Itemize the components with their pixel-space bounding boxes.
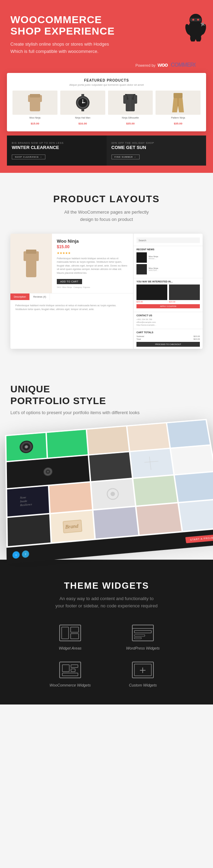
svg-rect-49 [60, 625, 81, 641]
pg-cell [91, 479, 135, 509]
banner-btn[interactable]: SHOP CLEARANCE → [12, 155, 45, 159]
twitter-btn[interactable]: t [12, 551, 20, 559]
plp-tab-description[interactable]: Description [10, 293, 30, 300]
pg-cell [50, 483, 92, 513]
plp-cart: CART TOTALS Subtotal $15.00 Total $15.00… [134, 329, 203, 349]
interested-item: $25.00 [136, 284, 167, 303]
banner-winter: BIG BRANDS NOW UP TO 80% LESS WINTER CLE… [7, 136, 107, 166]
banner-title: COME GET SUN [112, 145, 202, 150]
svg-rect-26 [123, 95, 127, 104]
widgets-desc: An easy way to add content and functiona… [55, 595, 159, 610]
svg-rect-35 [26, 250, 36, 254]
product-image [156, 91, 201, 115]
plp-tab-reviews[interactable]: Reviews (4) [30, 293, 50, 300]
product-name: Ninja Silhouette [108, 116, 153, 119]
svg-rect-55 [134, 631, 151, 633]
svg-point-46 [110, 492, 115, 496]
apply-coupon-btn[interactable]: APPLY COUPON [136, 304, 200, 308]
product-item: Ninja Silhouette $35.00 [108, 91, 153, 126]
recent-info: Woo NinjaWinter... [149, 255, 158, 260]
svg-rect-61 [71, 669, 75, 672]
pg-cell [175, 472, 213, 502]
product-item: Pattern Ninja $35.00 [156, 91, 201, 126]
plp-recent-news: RECENT NEWS Woo NinjaWinter... Woo Ninja… [134, 246, 203, 278]
pg-cell [89, 452, 132, 481]
product-layout-preview: Woo Ninja $15.00 ★★★★★ Pellentesque habi… [10, 234, 203, 349]
recent-news-item: Woo NinjaWinter... [136, 252, 200, 263]
pg-cell [136, 503, 181, 535]
featured-sub: Alique porta justo vulputate qui tormeni… [12, 83, 201, 86]
custom-widgets-icon [131, 661, 155, 680]
svg-point-6 [197, 19, 199, 21]
plp-search-input[interactable] [136, 237, 200, 243]
svg-rect-4 [190, 18, 201, 21]
recent-thumb [136, 264, 147, 274]
pg-cell [167, 420, 210, 448]
svg-rect-22 [81, 109, 84, 111]
plp-stars: ★★★★★ [57, 251, 128, 255]
svg-text:Brand: Brand [65, 523, 79, 530]
woo-section: WOOCOMMERCE SHOP EXPERIENCE Create styli… [0, 0, 213, 173]
pg-cell [171, 446, 213, 474]
portfolio-grid: None Inside Resilience Brand [5, 419, 213, 548]
widget-item-areas: Widget Areas [37, 624, 103, 650]
banner-label: 30% OFF THE HOLIDAY SHOP [112, 142, 202, 144]
product-image [108, 91, 153, 115]
woo-description: Create stylish online shops or stores wi… [10, 41, 121, 55]
portfolio-title: UNIQUE PORTFOLIO STYLE [10, 383, 203, 407]
product-price: $35.00 [126, 122, 134, 125]
pg-cell [94, 507, 138, 539]
svg-rect-57 [134, 637, 141, 639]
product-item: Woo Ninja $15.00 [12, 91, 57, 126]
pg-cell [87, 427, 129, 454]
recent-thumb [136, 252, 147, 263]
powered-by-row: Powered by woo COMMERCE [10, 61, 203, 70]
portfolio-desc: Lot's of options to present your portfol… [10, 409, 203, 417]
banner-row: BIG BRANDS NOW UP TO 80% LESS WINTER CLE… [7, 136, 206, 166]
recent-info: Woo NinjaWINTER... [149, 267, 159, 271]
interested-price: $25.00 [136, 301, 167, 303]
svg-rect-27 [134, 95, 137, 104]
svg-rect-52 [71, 634, 79, 639]
interested-items: $25.00 $20.00 [136, 284, 200, 303]
pg-cell [6, 433, 46, 461]
widget-item-woocommerce: WooCommerce Widgets [37, 661, 103, 687]
contact-url: http://www.example... [136, 324, 200, 326]
svg-rect-58 [60, 662, 81, 678]
plp-add-to-cart[interactable]: ADD TO CART [57, 279, 82, 284]
pg-cell [47, 430, 88, 457]
svg-rect-39 [144, 456, 159, 470]
widget-item-custom: Custom Widgets [110, 661, 176, 687]
proceed-btn[interactable]: PROCEED TO CHECKOUT [136, 342, 200, 347]
plp-contact: CONTACT US +001 234 56 789 office@exampl… [134, 312, 203, 329]
widget-item-wordpress: WordPress Widgets [110, 624, 176, 650]
shop-preview: FEATURED PRODUCTS Alique porta justo vul… [7, 73, 206, 131]
woo-title: WOOCOMMERCE SHOP EXPERIENCE [10, 14, 203, 37]
banner-btn[interactable]: FIND SUMMER → [112, 155, 140, 159]
portfolio-preview: None Inside Resilience Brand [0, 427, 213, 560]
pg-cell: None Inside Resilience [7, 486, 50, 516]
facebook-btn[interactable]: f [22, 550, 29, 558]
plp-interested: YOU MAY BE INTERESTED IN... $25.00 $20.0… [134, 278, 203, 312]
woo-logo: woo COMMERCE [158, 61, 196, 70]
plp-sidebar: RECENT NEWS Woo NinjaWinter... Woo Ninja… [133, 234, 203, 349]
interested-price: $20.00 [169, 301, 200, 303]
powered-by-text: Powered by [135, 63, 156, 67]
contact-email: office@example.com [136, 321, 200, 323]
cart-title: CART TOTALS [136, 331, 200, 334]
svg-text:COMMERCE: COMMERCE [171, 62, 196, 68]
cart-total: Total $15.00 [136, 338, 200, 340]
widgets-title: THEME WIDGETS [10, 580, 203, 591]
featured-label: FEATURED PRODUCTS [12, 78, 201, 82]
widgets-section: THEME WIDGETS An easy way to add content… [0, 560, 213, 704]
svg-rect-21 [81, 94, 84, 97]
plp-desc-text: Pellentesque habitant morbi tristique se… [57, 257, 128, 275]
product-layouts-desc: All the WooCommerce pages are perfectly … [58, 209, 155, 223]
portfolio-section: UNIQUE PORTFOLIO STYLE Lot's of options … [0, 363, 213, 560]
start-project-btn[interactable]: START A PROJECT [185, 534, 213, 543]
plp-tabs: Description Reviews (4) [10, 293, 133, 300]
product-layouts-section: PRODUCT LAYOUTS All the WooCommerce page… [0, 173, 213, 363]
svg-rect-51 [71, 627, 79, 632]
recent-news-title: RECENT NEWS [136, 248, 200, 251]
svg-point-5 [192, 19, 194, 21]
